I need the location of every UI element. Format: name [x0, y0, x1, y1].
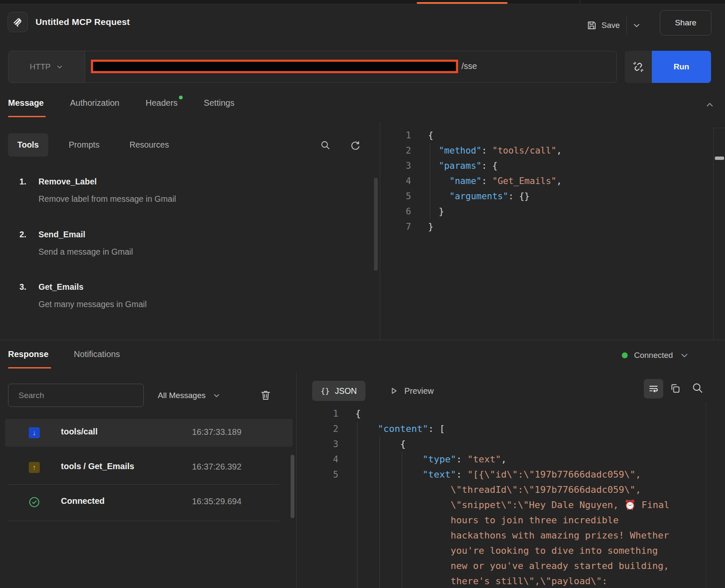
message-label: Connected — [61, 496, 104, 506]
panel-tab-tools[interactable]: Tools — [8, 133, 48, 157]
tools-scrollbar[interactable] — [374, 178, 378, 271]
line-number: 2 — [380, 143, 411, 158]
message-timestamp: 16:37:33.189 — [192, 427, 242, 437]
save-icon — [586, 20, 597, 31]
indent-guide — [357, 421, 357, 588]
message-list-scrollbar[interactable] — [291, 455, 294, 518]
message-list: ↓ tools/call 16:37:33.189 ↑ tools / Get_… — [5, 419, 293, 523]
filter-chevron-down-icon — [212, 391, 221, 400]
tab-label: Response — [8, 349, 49, 359]
code-line: 7} — [380, 219, 706, 234]
code-line: 1{ — [296, 406, 702, 421]
tab-notifications[interactable]: Notifications — [74, 349, 120, 359]
word-wrap-button[interactable] — [644, 379, 663, 398]
line-number: 1 — [380, 128, 411, 143]
check-circle-icon — [29, 497, 40, 508]
preview-tab-label: Preview — [404, 386, 434, 396]
panel-tab-resources[interactable]: Resources — [120, 133, 178, 157]
share-button[interactable]: Share — [660, 10, 711, 36]
tab-headers[interactable]: Headers — [146, 98, 178, 110]
redacted-url-value[interactable] — [91, 60, 458, 73]
message-filter-dropdown[interactable]: All Messages — [158, 384, 221, 407]
section-scrollbar-thumb[interactable] — [715, 157, 724, 160]
tab-preview[interactable]: Preview — [389, 381, 434, 401]
code-text: "arguments": {} — [411, 189, 530, 204]
tab-json[interactable]: {} JSON — [312, 381, 365, 401]
tab-authorization[interactable]: Authorization — [70, 98, 120, 110]
tab-settings[interactable]: Settings — [204, 98, 234, 110]
app-window: Untitled MCP Request Save Share HTTP /ss… — [0, 0, 725, 588]
code-text: hackathons with amazing prizes! Whether — [338, 528, 669, 543]
tab-label: Message — [8, 98, 44, 107]
code-text: "method": "tools/call", — [411, 143, 562, 158]
protocol-label: HTTP — [30, 62, 51, 71]
url-bar: HTTP /sse — [8, 51, 617, 83]
response-search-icon[interactable] — [691, 382, 704, 394]
code-line: 5 "arguments": {} — [380, 189, 706, 204]
copy-icon[interactable] — [669, 382, 681, 394]
disconnect-button[interactable] — [625, 51, 652, 83]
tool-index: 1. — [19, 177, 26, 187]
save-button-group[interactable]: Save — [586, 16, 641, 35]
protocol-selector[interactable]: HTTP — [8, 51, 85, 82]
row-divider — [8, 521, 279, 521]
code-text: { — [338, 406, 361, 421]
save-divider — [626, 16, 627, 35]
code-text: "content": [ — [338, 421, 445, 437]
page-title: Untitled MCP Request — [36, 17, 130, 27]
run-button[interactable]: Run — [652, 51, 711, 83]
message-row[interactable]: ↑ tools / Get_Emails 16:37:26.392 — [5, 453, 293, 481]
headers-dot-icon — [179, 96, 183, 99]
collapse-section-chevron-up-icon[interactable] — [705, 100, 715, 110]
connected-dot-icon — [622, 352, 628, 358]
message-timestamp: 16:35:29.694 — [192, 497, 242, 506]
code-line: 2 "method": "tools/call", — [380, 143, 706, 158]
tools-search-icon[interactable] — [320, 140, 331, 151]
response-scrollbar-track[interactable] — [706, 402, 706, 588]
save-button[interactable]: Save — [601, 21, 620, 30]
message-row[interactable]: ↓ tools/call 16:37:33.189 — [5, 419, 293, 447]
message-label: tools/call — [61, 427, 98, 437]
code-text: { — [338, 437, 406, 452]
line-number — [296, 482, 338, 497]
code-text: { — [411, 128, 434, 143]
search-input[interactable] — [8, 384, 144, 407]
code-text: you're looking to dive into something — [338, 543, 658, 558]
line-number: 6 — [380, 204, 411, 219]
tab-label: Notifications — [74, 349, 120, 359]
line-number: 3 — [380, 158, 411, 173]
active-tab-indicator — [417, 2, 508, 4]
save-options-chevron-down-icon[interactable] — [632, 21, 641, 30]
tab-label: Settings — [204, 98, 234, 107]
response-tabs: Response Notifications — [8, 349, 120, 359]
message-label: tools / Get_Emails — [61, 462, 134, 471]
code-line: 4 "name": "Get_Emails", — [380, 173, 706, 189]
line-number — [296, 543, 338, 558]
row-divider — [8, 484, 279, 485]
line-number — [296, 558, 338, 574]
code-text: there's still\",\"payload\": — [338, 574, 607, 588]
code-text: "type": "text", — [338, 452, 507, 467]
panel-tab-prompts[interactable]: Prompts — [60, 133, 109, 157]
tool-index: 2. — [19, 230, 26, 239]
json-tab-label: JSON — [335, 386, 357, 396]
tab-response[interactable]: Response — [8, 349, 49, 359]
top-tab-strip[interactable] — [0, 0, 725, 4]
request-json-editor[interactable]: 1{2 "method": "tools/call",3 "params": {… — [380, 128, 706, 234]
arrow-up-icon: ↑ — [29, 462, 40, 473]
connection-status[interactable]: Connected — [622, 350, 689, 360]
url-suffix[interactable]: /sse — [461, 61, 477, 71]
section-scrollbar-track[interactable] — [713, 128, 725, 340]
message-row[interactable]: Connected 16:35:29.694 — [5, 488, 293, 516]
refresh-icon[interactable] — [349, 140, 360, 151]
line-number: 7 — [380, 219, 411, 234]
code-text: "name": "Get_Emails", — [411, 173, 562, 189]
tool-index: 3. — [19, 282, 26, 292]
clear-messages-trash-icon[interactable] — [260, 389, 272, 401]
tool-name: Send_Email — [38, 230, 85, 239]
code-line: 3 "params": { — [380, 158, 706, 173]
tool-description: Get many messages in Gmail — [38, 299, 147, 309]
line-number: 5 — [380, 189, 411, 204]
tab-message[interactable]: Message — [8, 98, 44, 110]
play-icon — [389, 386, 398, 396]
